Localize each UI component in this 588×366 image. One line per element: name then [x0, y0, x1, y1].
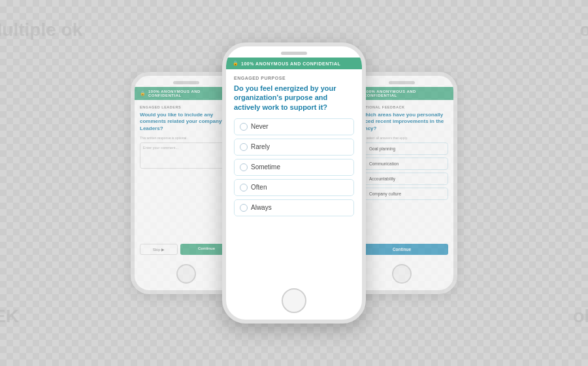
watermark-br: ok [573, 306, 588, 327]
speaker-left [173, 81, 199, 84]
watermark-tl: Multiple ok [0, 20, 82, 41]
option-sometime[interactable]: Sometime [234, 159, 354, 176]
radio-never [240, 123, 248, 131]
header-text-center: 100% ANONYMOUS AND CONFIDENTIAL [241, 61, 340, 66]
home-button-left[interactable] [176, 264, 196, 284]
home-button-center[interactable] [282, 288, 306, 313]
lock-icon-left: 🔒 [140, 91, 146, 96]
checkbox-label-4: Company culture [369, 191, 401, 196]
checkbox-goal-planning[interactable]: ✓ Goal planning [355, 142, 448, 155]
select-note: Please select all answers that apply. [355, 136, 448, 140]
label-rarely: Rarely [251, 143, 270, 150]
checkbox-label-3: Accountability [369, 176, 395, 181]
category-left: ENGAGED LEADERS [140, 105, 233, 109]
question-left: Would you like to include any comments r… [140, 112, 233, 132]
btn-row-left: Skip ▶ Continue [140, 244, 233, 255]
radio-often [240, 184, 248, 191]
question-right: In which areas have you personally notic… [355, 112, 448, 132]
category-center: ENGAGED PURPOSE [234, 76, 354, 80]
header-center: 🔒 100% ANONYMOUS AND CONFIDENTIAL [226, 58, 362, 69]
radio-rarely [240, 143, 248, 151]
header-text-left: 100% ANONYMOUS AND CONFIDENTIAL [148, 90, 233, 97]
option-never[interactable]: Never [234, 118, 354, 135]
lock-icon-center: 🔒 [233, 61, 238, 66]
checkbox-label-2: Communication [369, 161, 399, 166]
category-right: ADDITIONAL FEEDBACK [355, 105, 448, 109]
body-center: ENGAGED PURPOSE Do you feel energized by… [226, 69, 362, 284]
checkbox-company-culture[interactable]: Company culture [355, 188, 448, 200]
speaker-right [389, 81, 415, 84]
phone-top-center [226, 46, 362, 58]
comment-textarea[interactable]: Enter your comment... [140, 142, 233, 169]
header-text-right: 100% ANONYMOUS AND CONFIDENTIAL [364, 90, 448, 97]
speaker-center [281, 52, 307, 55]
optional-text: This written response is optional. [140, 136, 233, 140]
option-rarely[interactable]: Rarely [234, 139, 354, 156]
question-center: Do you feel energized by your organizati… [234, 84, 354, 112]
screen-center: 🔒 100% ANONYMOUS AND CONFIDENTIAL ENGAGE… [226, 58, 362, 284]
watermark-bl: EK [0, 306, 19, 327]
label-often: Often [251, 184, 267, 191]
option-often[interactable]: Often [234, 179, 354, 196]
phone-bottom-center [226, 284, 362, 320]
checkbox-accountability[interactable]: ✓ Accountability [355, 173, 448, 185]
watermark-tr: ok [580, 20, 588, 41]
checkbox-communication[interactable]: Communication [355, 158, 448, 170]
option-always[interactable]: Always [234, 199, 354, 216]
label-never: Never [251, 123, 269, 130]
home-button-right[interactable] [392, 264, 412, 284]
label-sometime: Sometime [251, 163, 280, 171]
label-always: Always [251, 204, 272, 211]
checkbox-label-1: Goal planning [369, 146, 395, 151]
phones-container: 🔒 100% ANONYMOUS AND CONFIDENTIAL ENGAGE… [131, 42, 457, 324]
radio-sometime [240, 163, 248, 171]
textarea-placeholder: Enter your comment... [143, 146, 178, 150]
continue-button-right[interactable]: Continue [355, 244, 448, 255]
radio-always [240, 204, 248, 212]
phone-center: 🔒 100% ANONYMOUS AND CONFIDENTIAL ENGAGE… [222, 42, 366, 324]
skip-button[interactable]: Skip ▶ [140, 244, 178, 255]
